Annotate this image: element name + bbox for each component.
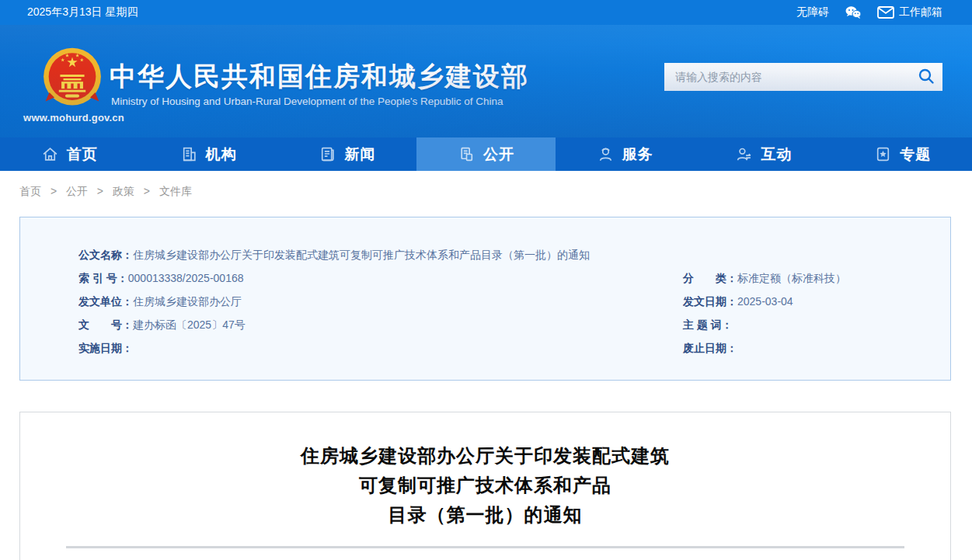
breadcrumb-separator: > [51,185,57,197]
nav-item-home[interactable]: 首页 [0,137,139,171]
mail-icon [877,6,894,19]
nav-label: 互动 [761,144,792,165]
accessibility-link[interactable]: 无障碍 [796,5,829,19]
info-label: 主 题 词： [683,313,733,336]
info-cell-index-number: 索 引 号： 000013338/2025-00168 [78,266,683,290]
nav-item-org[interactable]: 机构 [139,137,278,171]
nav-label: 公开 [483,144,514,165]
info-row: 文 号： 建办标函〔2025〕47号 主 题 词： [78,313,935,336]
doc-name-value: 住房城乡建设部办公厅关于印发装配式建筑可复制可推广技术体系和产品目录（第一批）的… [133,243,590,266]
topbar-links: 无障碍 工作邮箱 [796,5,942,19]
current-date: 2025年3月13日 星期四 [27,5,138,19]
article-title: 住房城乡建设部办公厅关于印发装配式建筑 可复制可推广技术体系和产品 目录（第一批… [20,441,950,530]
site-header: www.mohurd.gov.cn 中华人民共和国住房和城乡建设部 Minist… [0,25,972,137]
info-label: 发文日期： [683,290,737,313]
nav-item-interact[interactable]: 互动 [695,137,834,171]
nav-item-open[interactable]: 公开 [416,137,556,171]
main-nav: 首页 机构 新闻 公开 [0,137,972,171]
info-cell-doc-number: 文 号： 建办标函〔2025〕47号 [78,313,683,336]
topics-icon [874,145,892,163]
top-utility-bar: 2025年3月13日 星期四 无障碍 工作邮箱 [0,0,972,25]
org-icon [180,145,198,163]
search-box [664,63,942,91]
info-label: 实施日期： [78,336,133,360]
open-icon [458,145,476,163]
news-icon [319,145,336,163]
nav-label: 机构 [206,144,237,165]
nav-item-services[interactable]: 服务 [556,137,695,171]
nav-label: 新闻 [344,144,375,165]
search-icon [918,68,935,87]
search-input[interactable] [664,63,910,91]
article-title-line: 住房城乡建设部办公厅关于印发装配式建筑 [20,441,950,471]
info-cell-category: 分 类： 标准定额（标准科技） [683,266,935,290]
info-label: 文 号： [78,313,133,336]
accessibility-label: 无障碍 [796,5,829,19]
info-label: 分 类： [683,266,737,290]
info-row-name: 公文名称： 住房城乡建设部办公厅关于印发装配式建筑可复制可推广技术体系和产品目录… [78,243,935,266]
info-cell-repeal-date: 废止日期： [683,336,935,360]
mailbox-label: 工作邮箱 [899,5,942,19]
info-value: 000013338/2025-00168 [128,266,244,290]
site-url: www.mohurd.gov.cn [23,112,124,123]
nav-item-topics[interactable]: 专题 [833,137,972,171]
breadcrumb-open[interactable]: 公开 [66,185,88,197]
nav-label: 首页 [67,144,98,165]
site-title: 中华人民共和国住房和城乡建设部 [110,59,529,95]
home-icon [41,145,59,163]
info-cell-issuing-unit: 发文单位： 住房城乡建设部办公厅 [78,290,683,313]
nav-item-news[interactable]: 新闻 [277,137,416,171]
breadcrumb-separator: > [144,185,150,197]
services-icon [597,145,615,163]
info-value: 建办标函〔2025〕47号 [133,313,246,336]
info-label: 废止日期： [683,336,737,360]
breadcrumb-home[interactable]: 首页 [19,185,41,197]
article-title-line: 目录（第一批）的通知 [20,500,950,530]
info-value: 住房城乡建设部办公厅 [133,290,242,313]
breadcrumb: 首页 > 公开 > 政策 > 文件库 [19,183,972,199]
info-cell-subject-words: 主 题 词： [683,313,935,336]
interact-icon [735,145,753,163]
site-subtitle: Ministry of Housing and Urban-Rural Deve… [111,96,503,107]
article-content-box: 住房城乡建设部办公厅关于印发装配式建筑 可复制可推广技术体系和产品 目录（第一批… [19,412,951,560]
info-value: 标准定额（标准科技） [737,266,846,290]
info-label: 发文单位： [78,290,133,313]
doc-name-label: 公文名称： [78,243,133,266]
content-divider [66,546,904,548]
nav-label: 专题 [900,144,931,165]
breadcrumb-policy[interactable]: 政策 [113,185,134,197]
nav-label: 服务 [622,144,653,165]
search-button[interactable] [910,63,942,91]
wechat-icon[interactable] [845,5,862,19]
info-value: 2025-03-04 [737,290,793,313]
breadcrumb-separator: > [97,185,103,197]
info-row: 索 引 号： 000013338/2025-00168 分 类： 标准定额（标准… [78,266,935,290]
mailbox-link[interactable]: 工作邮箱 [877,5,942,19]
info-cell-issue-date: 发文日期： 2025-03-04 [683,290,935,313]
info-cell-effective-date: 实施日期： [78,336,683,360]
document-info-box: 公文名称： 住房城乡建设部办公厅关于印发装配式建筑可复制可推广技术体系和产品目录… [19,217,951,381]
breadcrumb-library[interactable]: 文件库 [159,185,192,197]
info-label: 索 引 号： [78,266,128,290]
national-emblem-logo [40,47,104,110]
info-row: 实施日期： 废止日期： [78,336,935,360]
info-row: 发文单位： 住房城乡建设部办公厅 发文日期： 2025-03-04 [78,290,935,313]
article-title-line: 可复制可推广技术体系和产品 [20,471,950,500]
